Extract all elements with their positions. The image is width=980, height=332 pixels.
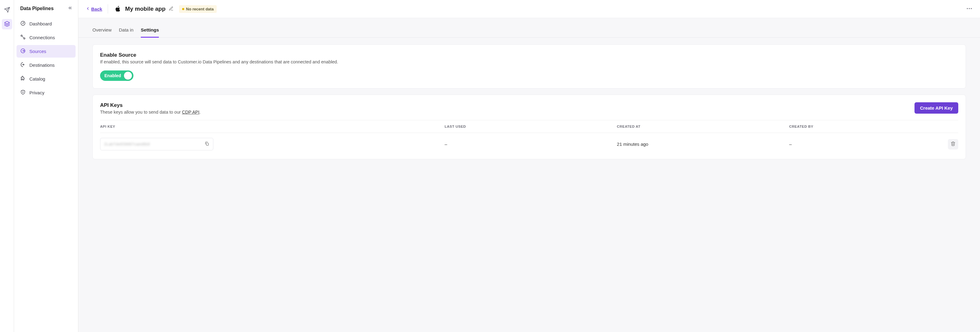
shield-icon — [20, 89, 26, 96]
svg-rect-10 — [206, 143, 208, 145]
destinations-icon — [20, 62, 26, 68]
main-area: Back My mobile app No recent data Overvi… — [78, 0, 980, 332]
source-identity: My mobile app — [113, 5, 173, 13]
tabs-bar: Overview Data in Settings — [78, 18, 980, 38]
toggle-knob-icon — [124, 72, 132, 80]
status-dot-icon — [182, 8, 184, 10]
sidebar-item-destinations[interactable]: Destinations — [16, 59, 76, 71]
puzzle-icon — [20, 76, 26, 82]
delete-key-button[interactable] — [948, 139, 958, 150]
back-label: Back — [91, 6, 102, 12]
sidebar: Data Pipelines Dashboard Connections Sou… — [14, 0, 78, 332]
sidebar-item-label: Sources — [29, 49, 46, 54]
api-keys-title: API Keys — [100, 102, 201, 109]
sidebar-item-label: Catalog — [29, 76, 45, 81]
cell-created-at: 21 minutes ago — [617, 142, 789, 147]
collapse-sidebar-icon[interactable] — [68, 5, 73, 11]
api-keys-table: API KEY LAST USED CREATED AT CREATED BY … — [100, 120, 958, 152]
tab-settings[interactable]: Settings — [141, 24, 159, 38]
col-created-by: CREATED BY — [789, 124, 940, 128]
sidebar-item-label: Connections — [29, 35, 55, 40]
sidebar-item-label: Privacy — [29, 90, 45, 95]
sidebar-item-label: Destinations — [29, 62, 55, 68]
sidebar-item-connections[interactable]: Connections — [16, 31, 76, 44]
table-header: API KEY LAST USED CREATED AT CREATED BY — [100, 120, 958, 133]
enable-source-card: Enable Source If enabled, this source wi… — [92, 45, 966, 88]
enable-toggle[interactable]: Enabled — [100, 70, 134, 81]
back-link[interactable]: Back — [86, 6, 102, 12]
copy-icon[interactable] — [204, 141, 209, 147]
tab-data-in[interactable]: Data in — [119, 24, 134, 38]
sidebar-title: Data Pipelines — [20, 6, 54, 11]
svg-point-9 — [971, 8, 972, 9]
api-keys-desc: These keys allow you to send data to our… — [100, 110, 201, 115]
rail-item-send[interactable] — [2, 5, 12, 15]
apple-icon — [113, 5, 122, 13]
svg-point-8 — [969, 8, 970, 9]
more-menu-icon[interactable] — [966, 5, 973, 13]
app-rail — [0, 0, 14, 332]
sidebar-item-dashboard[interactable]: Dashboard — [16, 18, 76, 30]
svg-point-2 — [23, 23, 23, 24]
cell-created-by: – — [789, 142, 940, 147]
sidebar-item-catalog[interactable]: Catalog — [16, 73, 76, 85]
trash-icon — [951, 141, 956, 147]
content: Enable Source If enabled, this source wi… — [78, 38, 980, 166]
page-title: My mobile app — [125, 5, 165, 12]
svg-marker-0 — [4, 21, 10, 24]
edit-icon[interactable] — [169, 6, 173, 12]
layers-icon — [4, 21, 10, 28]
cdp-api-link[interactable]: CDP API — [182, 110, 200, 115]
tab-overview[interactable]: Overview — [92, 24, 112, 38]
gauge-icon — [20, 21, 26, 27]
api-keys-desc-prefix: These keys allow you to send data to our — [100, 110, 182, 115]
sidebar-item-privacy[interactable]: Privacy — [16, 86, 76, 99]
create-api-key-button[interactable]: Create API Key — [915, 102, 958, 113]
chevron-left-icon — [86, 6, 90, 12]
col-api-key: API KEY — [100, 124, 445, 128]
api-key-masked: 2Lab7de939867caed8b9 — [104, 142, 150, 147]
table-row: 2Lab7de939867caed8b9 – 21 minutes ago – — [100, 133, 958, 152]
rail-item-layers[interactable] — [2, 19, 12, 29]
api-key-field[interactable]: 2Lab7de939867caed8b9 — [100, 138, 213, 150]
status-text: No recent data — [186, 7, 214, 11]
topbar: Back My mobile app No recent data — [78, 0, 980, 18]
sources-icon — [20, 48, 26, 54]
status-badge: No recent data — [179, 5, 217, 13]
api-keys-desc-suffix: . — [200, 110, 201, 115]
api-keys-card: API Keys These keys allow you to send da… — [92, 95, 966, 159]
enable-source-desc: If enabled, this source will send data t… — [100, 59, 958, 64]
svg-point-7 — [967, 8, 968, 9]
connections-icon — [20, 34, 26, 41]
paper-plane-icon — [4, 7, 10, 14]
sidebar-item-sources[interactable]: Sources — [16, 45, 76, 57]
toggle-label: Enabled — [104, 73, 121, 78]
col-created-at: CREATED AT — [617, 124, 789, 128]
sidebar-item-label: Dashboard — [29, 21, 52, 26]
enable-source-title: Enable Source — [100, 52, 958, 58]
cell-last-used: – — [445, 142, 617, 147]
col-last-used: LAST USED — [445, 124, 617, 128]
separator — [108, 4, 108, 13]
